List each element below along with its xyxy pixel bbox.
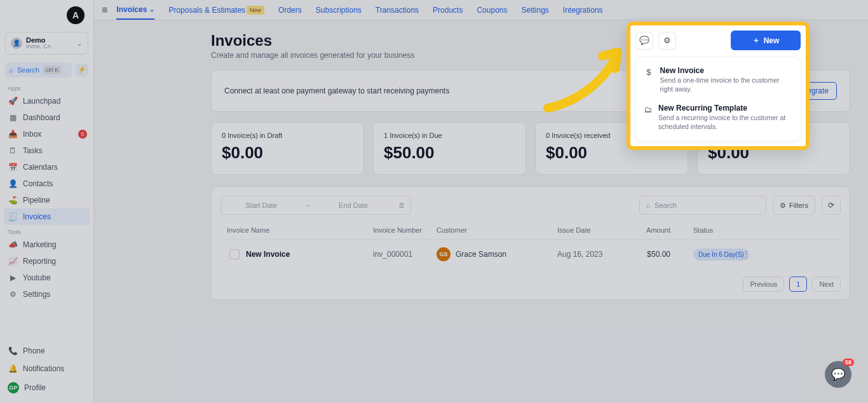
filter-icon: ⚙ (780, 202, 786, 210)
sidebar-item-settings[interactable]: ⚙Settings (0, 286, 93, 303)
tab-integrations[interactable]: Integrations (563, 0, 603, 20)
end-date-placeholder: End Date (313, 202, 393, 209)
search-shortcut: ctrl K (43, 65, 62, 74)
account-switcher[interactable]: 👤 Demo Irvine, CA ⌄ (5, 32, 88, 55)
stat-card: 0 Invoice(s) in Draft$0.00 (211, 122, 364, 175)
stat-label: 0 Invoice(s) in Draft (222, 132, 353, 139)
nav-icon: ⛳ (8, 196, 18, 205)
stat-value: $0.00 (222, 143, 353, 163)
nav-label: Marketing (23, 240, 57, 249)
menu-item-title: New Invoice (660, 66, 792, 75)
global-search[interactable]: ⌕ Search ctrl K (5, 62, 72, 78)
sidebar-item-contacts[interactable]: 👤Contacts (0, 175, 93, 192)
sidebar-item-invoices[interactable]: 🧾Invoices (4, 208, 90, 225)
sidebar-item-launchpad[interactable]: 🚀Launchpad (0, 93, 93, 109)
account-sub: Irvine, CA (26, 44, 72, 50)
sidebar-item-pipeline[interactable]: ⛳Pipeline (0, 192, 93, 208)
new-button[interactable]: ＋ New (731, 31, 801, 50)
nav-icon: ▶ (8, 273, 18, 282)
customer-avatar-icon: GS (437, 247, 451, 261)
row-number: inv_000001 (369, 250, 433, 259)
nav-label: Calendars (23, 163, 58, 172)
tab-label: Settings (522, 6, 549, 15)
table-header: Invoice Name Invoice Number Customer Iss… (220, 221, 841, 240)
row-amount: $50.00 (617, 250, 674, 259)
tab-products[interactable]: Products (433, 0, 463, 20)
settings-button[interactable]: ⚙ (658, 32, 676, 50)
col-customer: Customer (433, 226, 553, 234)
arrow-right-icon: → (301, 202, 313, 209)
new-button-label: New (764, 36, 780, 45)
menu-item-new-invoice[interactable]: $New InvoiceSend a one-time invoice to t… (639, 61, 797, 99)
chat-fab[interactable]: 💬 58 (825, 361, 851, 388)
nav-label: Inbox (23, 130, 41, 139)
col-amount: Amount (617, 226, 674, 234)
section-tools-label: Tools (0, 225, 93, 236)
brand-logo: A (67, 6, 85, 24)
nav-label: Phone (23, 346, 45, 355)
row-checkbox[interactable] (229, 249, 240, 259)
sidebar-item-youtube[interactable]: ▶Youtube (0, 270, 93, 286)
sidebar-item-profile[interactable]: GPProfile (0, 378, 93, 398)
next-page-button[interactable]: Next (812, 277, 841, 292)
sidebar-item-dashboard[interactable]: ▦Dashboard (0, 109, 93, 126)
nav-icon: ▦ (8, 113, 18, 122)
menu-item-desc: Send a recurring invoice to the customer… (658, 114, 792, 131)
sidebar-item-tasks[interactable]: 🗒Tasks (0, 142, 93, 159)
invoice-table-card: Start Date → End Date 🗓 ⌕ Search ⚙ Filte… (211, 186, 850, 300)
start-date-placeholder: Start Date (221, 202, 301, 209)
feedback-button[interactable]: 💬 (635, 32, 653, 50)
nav-label: Invoices (23, 212, 51, 221)
col-name: Invoice Name (223, 226, 369, 234)
row-actions-button[interactable]: ⋮ (742, 249, 750, 259)
nav-label: Tasks (23, 146, 43, 155)
stat-label: 1 Invoice(s) in Due (384, 132, 515, 139)
bolt-button[interactable]: ⚡ (76, 64, 88, 76)
filters-button[interactable]: ⚙ Filters (773, 196, 815, 215)
tab-invoices[interactable]: Invoices⌄ (116, 0, 154, 20)
nav-label: Notifications (23, 364, 64, 373)
sidebar-item-phone[interactable]: 📞Phone (0, 342, 93, 360)
tab-subscriptions[interactable]: Subscriptions (316, 0, 362, 20)
tab-transactions[interactable]: Transactions (376, 0, 419, 20)
date-range-picker[interactable]: Start Date → End Date 🗓 (220, 196, 411, 215)
nav-badge: 6 (78, 130, 87, 139)
menu-toggle-icon[interactable]: ≡ (102, 4, 107, 16)
tab-label: Integrations (563, 6, 603, 15)
sidebar-item-marketing[interactable]: 📣Marketing (0, 236, 93, 253)
stat-value: $50.00 (384, 143, 515, 163)
banner-text: Connect at least one payment gateway to … (224, 86, 449, 95)
page-number-button[interactable]: 1 (789, 277, 807, 292)
menu-item-new-recurring-template[interactable]: 🗂New Recurring TemplateSend a recurring … (639, 99, 797, 136)
table-search-placeholder: Search (654, 202, 677, 209)
new-badge: New (247, 6, 264, 15)
calendar-icon: 🗓 (393, 202, 410, 209)
tab-label: Invoices (116, 5, 147, 14)
nav-label: Pipeline (23, 196, 50, 205)
table-row[interactable]: New Invoiceinv_000001GSGrace SamsonAug 1… (220, 240, 841, 269)
prev-page-button[interactable]: Previous (743, 277, 784, 292)
tab-orders[interactable]: Orders (278, 0, 302, 20)
menu-item-desc: Send a one-time invoice to the customer … (660, 76, 792, 93)
refresh-button[interactable]: ⟳ (822, 196, 841, 215)
stat-card: 1 Invoice(s) in Due$50.00 (373, 122, 526, 175)
table-search-input[interactable]: ⌕ Search (639, 196, 766, 215)
nav-icon: 📅 (8, 163, 18, 172)
tab-coupons[interactable]: Coupons (477, 0, 507, 20)
nav-icon: 🧾 (8, 212, 18, 221)
plus-icon: ＋ (752, 35, 760, 46)
sidebar-item-calendars[interactable]: 📅Calendars (0, 159, 93, 175)
sidebar-item-reporting[interactable]: 📈Reporting (0, 253, 93, 270)
brand-row: A (0, 0, 93, 28)
tab-proposals-estimates[interactable]: Proposals & EstimatesNew (168, 0, 264, 20)
tab-settings[interactable]: Settings (522, 0, 549, 20)
nav-icon: 📈 (8, 257, 18, 266)
nav-icon: 🗒 (8, 146, 18, 155)
col-status: Status (674, 226, 738, 234)
chevron-down-icon: ⌄ (149, 6, 154, 13)
account-avatar-icon: 👤 (11, 38, 22, 49)
nav-label: Contacts (23, 179, 53, 188)
sidebar-item-inbox[interactable]: 📥Inbox6 (0, 126, 93, 142)
sidebar-item-notifications[interactable]: 🔔Notifications (0, 360, 93, 378)
menu-item-icon: 🗂 (644, 104, 652, 131)
